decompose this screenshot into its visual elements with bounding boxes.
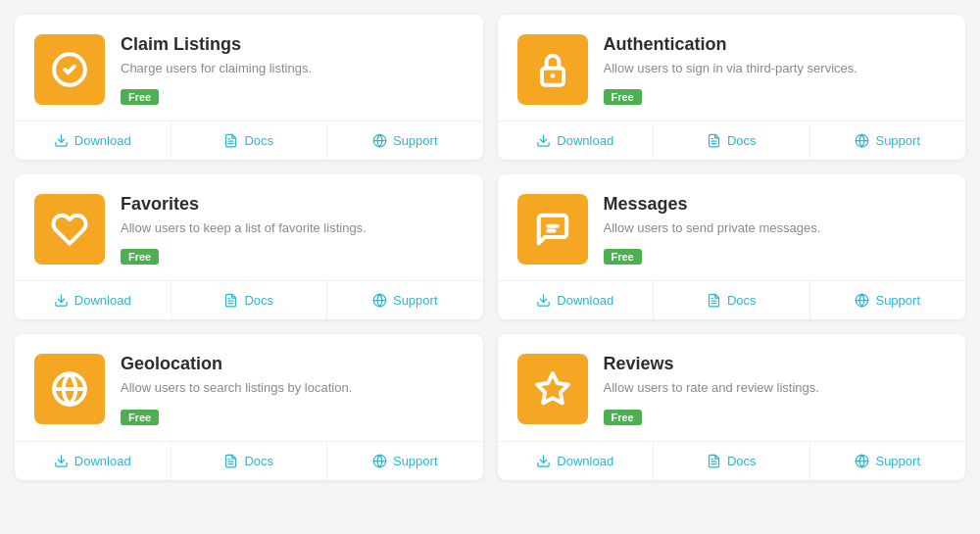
reviews-icon — [517, 354, 588, 424]
reviews-body: Reviews Allow users to rate and review l… — [498, 334, 966, 440]
messages-download-button[interactable]: Download — [498, 281, 655, 319]
card-messages: Messages Allow users to send private mes… — [498, 174, 966, 319]
reviews-support-label: Support — [875, 454, 920, 468]
geolocation-support-label: Support — [393, 454, 438, 468]
authentication-download-label: Download — [557, 133, 613, 148]
authentication-actions: Download Docs Support — [498, 121, 966, 160]
authentication-badge: Free — [604, 89, 642, 105]
claim-listings-docs-label: Docs — [244, 133, 273, 148]
messages-actions: Download Docs Support — [498, 280, 966, 319]
messages-download-label: Download — [557, 293, 613, 308]
authentication-info: Authentication Allow users to sign in vi… — [604, 34, 947, 105]
reviews-title: Reviews — [604, 354, 947, 374]
favorites-download-label: Download — [74, 293, 131, 308]
claim-listings-description: Charge users for claiming listings. — [121, 60, 464, 77]
messages-docs-label: Docs — [727, 293, 757, 308]
messages-badge: Free — [604, 249, 642, 265]
authentication-docs-label: Docs — [727, 133, 757, 148]
favorites-body: Favorites Allow users to keep a list of … — [15, 174, 483, 280]
geolocation-info: Geolocation Allow users to search listin… — [121, 354, 464, 424]
favorites-support-button[interactable]: Support — [327, 281, 483, 319]
favorites-badge: Free — [121, 249, 159, 265]
claim-listings-download-label: Download — [74, 133, 131, 148]
reviews-info: Reviews Allow users to rate and review l… — [604, 354, 947, 424]
geolocation-support-button[interactable]: Support — [327, 442, 483, 480]
claim-listings-icon — [34, 34, 105, 105]
messages-icon — [517, 194, 588, 265]
authentication-support-label: Support — [875, 133, 920, 148]
geolocation-description: Allow users to search listings by locati… — [121, 379, 464, 397]
authentication-docs-button[interactable]: Docs — [654, 121, 810, 160]
claim-listings-body: Claim Listings Charge users for claiming… — [15, 15, 483, 121]
card-authentication: Authentication Allow users to sign in vi… — [498, 15, 966, 160]
card-claim-listings: Claim Listings Charge users for claiming… — [15, 15, 483, 160]
card-reviews: Reviews Allow users to rate and review l… — [498, 334, 966, 479]
messages-description: Allow users to send private messages. — [604, 219, 947, 237]
geolocation-download-label: Download — [74, 454, 131, 468]
favorites-description: Allow users to keep a list of favorite l… — [121, 219, 464, 237]
authentication-title: Authentication — [604, 34, 947, 55]
messages-title: Messages — [604, 194, 947, 215]
geolocation-docs-button[interactable]: Docs — [172, 442, 328, 480]
favorites-docs-button[interactable]: Docs — [172, 281, 328, 319]
authentication-support-button[interactable]: Support — [810, 121, 966, 160]
card-favorites: Favorites Allow users to keep a list of … — [15, 174, 483, 319]
reviews-support-button[interactable]: Support — [810, 442, 966, 480]
authentication-description: Allow users to sign in via third-party s… — [604, 60, 947, 77]
favorites-support-label: Support — [393, 293, 438, 308]
reviews-docs-label: Docs — [727, 454, 757, 468]
geolocation-icon — [34, 354, 105, 424]
messages-support-button[interactable]: Support — [810, 281, 966, 319]
reviews-docs-button[interactable]: Docs — [654, 442, 810, 480]
authentication-icon — [517, 34, 588, 105]
claim-listings-info: Claim Listings Charge users for claiming… — [121, 34, 464, 105]
claim-listings-badge: Free — [121, 89, 159, 105]
claim-listings-title: Claim Listings — [121, 34, 464, 55]
authentication-body: Authentication Allow users to sign in vi… — [498, 15, 966, 121]
geolocation-badge: Free — [121, 410, 159, 425]
card-geolocation: Geolocation Allow users to search listin… — [15, 334, 483, 479]
favorites-title: Favorites — [121, 194, 464, 215]
reviews-description: Allow users to rate and review listings. — [604, 379, 947, 397]
svg-point-7 — [550, 73, 555, 78]
reviews-actions: Download Docs Support — [498, 441, 966, 480]
favorites-download-button[interactable]: Download — [15, 281, 172, 319]
favorites-info: Favorites Allow users to keep a list of … — [121, 194, 464, 265]
claim-listings-support-button[interactable]: Support — [327, 121, 483, 160]
messages-support-label: Support — [875, 293, 920, 308]
svg-marker-32 — [537, 374, 568, 404]
reviews-download-label: Download — [557, 454, 613, 468]
claim-listings-support-label: Support — [393, 133, 438, 148]
authentication-download-button[interactable]: Download — [498, 121, 655, 160]
messages-docs-button[interactable]: Docs — [654, 281, 810, 319]
claim-listings-actions: Download Docs Support — [15, 121, 483, 160]
favorites-docs-label: Docs — [244, 293, 273, 308]
favorites-actions: Download Docs Support — [15, 280, 483, 319]
claim-listings-docs-button[interactable]: Docs — [172, 121, 328, 160]
cards-grid: Claim Listings Charge users for claiming… — [15, 15, 965, 480]
claim-listings-download-button[interactable]: Download — [15, 121, 172, 160]
geolocation-body: Geolocation Allow users to search listin… — [15, 334, 483, 440]
reviews-badge: Free — [604, 410, 642, 425]
reviews-download-button[interactable]: Download — [498, 442, 655, 480]
messages-info: Messages Allow users to send private mes… — [604, 194, 947, 265]
geolocation-actions: Download Docs Support — [15, 441, 483, 480]
favorites-icon — [34, 194, 105, 265]
geolocation-docs-label: Docs — [244, 454, 273, 468]
messages-body: Messages Allow users to send private mes… — [498, 174, 966, 280]
geolocation-title: Geolocation — [121, 354, 464, 374]
geolocation-download-button[interactable]: Download — [15, 442, 172, 480]
